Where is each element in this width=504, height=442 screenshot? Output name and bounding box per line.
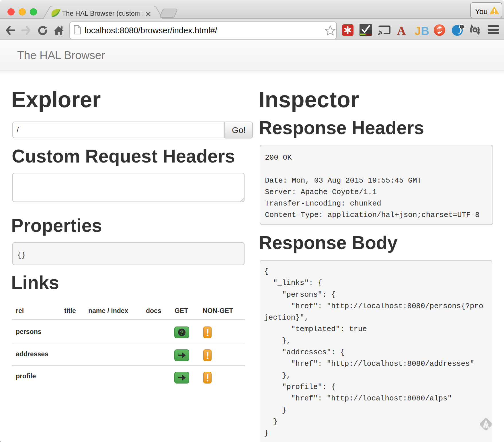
svg-text:?: ? (180, 329, 184, 336)
